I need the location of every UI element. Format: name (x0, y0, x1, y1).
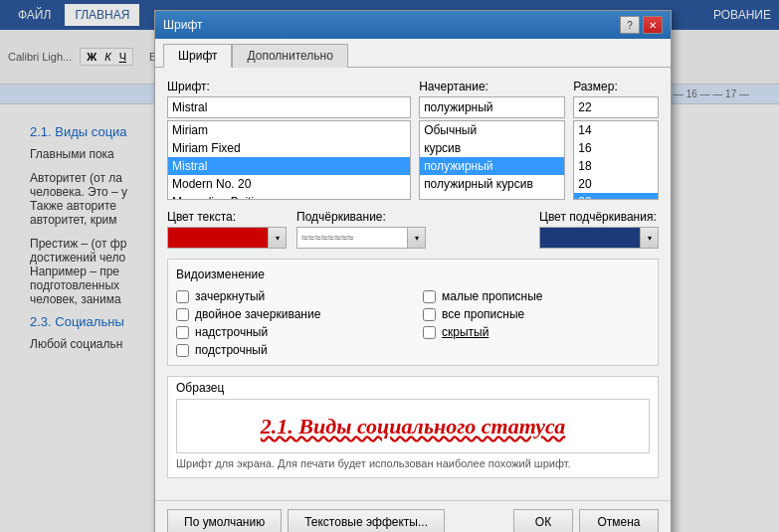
preview-info: Шрифт для экрана. Для печати будет испол… (176, 457, 650, 469)
text-color-swatch (168, 228, 268, 248)
underline-label: Подчёркивание: (296, 210, 529, 224)
underline-style-picker[interactable]: ≈≈≈≈≈≈≈≈ ▾ (296, 227, 426, 249)
effect-superscript-label: надстрочный (195, 325, 268, 339)
effect-all-caps-checkbox[interactable] (423, 308, 436, 321)
default-button[interactable]: По умолчанию (167, 509, 282, 532)
font-name-col: Шрифт: Miriam Miriam Fixed Mistral Moder… (167, 80, 411, 200)
font-columns: Шрифт: Miriam Miriam Fixed Mistral Moder… (167, 80, 659, 200)
footer-left: По умолчанию Текстовые эффекты... (167, 509, 445, 532)
effect-double-strikethrough-checkbox[interactable] (176, 308, 189, 321)
list-item[interactable]: 16 (574, 139, 658, 157)
effect-hidden-checkbox[interactable] (423, 326, 436, 339)
list-item-selected[interactable]: 22 (574, 193, 658, 200)
dialog-footer: По умолчанию Текстовые эффекты... ОК Отм… (155, 500, 671, 532)
underline-color-picker[interactable]: ▾ (539, 227, 659, 249)
text-color-label: Цвет текста: (167, 210, 287, 224)
list-item[interactable]: Miriam (168, 121, 410, 139)
footer-right: ОК Отмена (513, 509, 659, 532)
effect-superscript[interactable]: надстрочный (176, 325, 403, 339)
effect-all-caps[interactable]: все прописные (423, 307, 650, 321)
font-name-input[interactable] (167, 96, 411, 118)
ok-button[interactable]: ОК (513, 509, 573, 532)
effect-strikethrough-label: зачеркнутый (195, 289, 265, 303)
effect-double-strikethrough[interactable]: двойное зачеркивание (176, 307, 403, 321)
list-item-selected[interactable]: Mistral (168, 157, 410, 175)
font-style-col: Начертание: Обычный курсив полужирный по… (419, 80, 565, 200)
effect-subscript-checkbox[interactable] (176, 344, 189, 357)
dialog-titlebar: Шрифт ? ✕ (155, 11, 671, 39)
list-item[interactable]: 18 (574, 157, 658, 175)
effects-grid: зачеркнутый малые прописные двойное заче… (176, 289, 650, 357)
list-item[interactable]: Miriam Fixed (168, 139, 410, 157)
effect-subscript[interactable]: подстрочный (176, 343, 403, 357)
effect-all-caps-label: все прописные (442, 307, 524, 321)
underline-color-label: Цвет подчёркивания: (539, 210, 659, 224)
text-effects-button[interactable]: Текстовые эффекты... (288, 509, 445, 532)
font-size-input[interactable] (573, 96, 659, 118)
effects-title: Видоизменение (176, 267, 650, 281)
tab-advanced[interactable]: Дополнительно (232, 44, 347, 68)
text-color-dropdown-btn[interactable]: ▾ (268, 228, 286, 248)
font-size-label: Размер: (573, 80, 659, 93)
font-name-label: Шрифт: (167, 80, 411, 93)
font-size-list[interactable]: 14 16 18 20 22 (573, 120, 659, 200)
underline-color-swatch (540, 228, 640, 248)
effects-section: Видоизменение зачеркнутый малые прописны… (167, 259, 659, 366)
underline-dropdown-btn[interactable]: ▾ (407, 228, 425, 248)
dialog-close-button[interactable]: ✕ (643, 16, 663, 34)
font-dialog: Шрифт ? ✕ Шрифт Дополнительно Шрифт: Mir… (154, 10, 672, 532)
underline-color-field: Цвет подчёркивания: ▾ (539, 210, 659, 249)
text-color-picker[interactable]: ▾ (167, 227, 287, 249)
effect-small-caps-label: малые прописные (442, 289, 543, 303)
underline-field: Подчёркивание: ≈≈≈≈≈≈≈≈ ▾ (296, 210, 529, 249)
dialog-controls: ? ✕ (620, 16, 663, 34)
list-item[interactable]: Обычный (420, 121, 564, 139)
font-style-label: Начертание: (419, 80, 565, 93)
underline-style-display: ≈≈≈≈≈≈≈≈ (297, 231, 407, 245)
preview-text: 2.1. Виды социального статуса (261, 414, 565, 440)
effect-strikethrough-checkbox[interactable] (176, 290, 189, 303)
underline-color-dropdown-btn[interactable]: ▾ (640, 228, 658, 248)
effect-superscript-checkbox[interactable] (176, 326, 189, 339)
text-color-field: Цвет текста: ▾ (167, 210, 287, 249)
list-item[interactable]: Modern No. 20 (168, 175, 410, 193)
dialog-help-button[interactable]: ? (620, 16, 640, 34)
list-item[interactable]: 14 (574, 121, 658, 139)
tab-font[interactable]: Шрифт (163, 44, 232, 68)
cancel-button[interactable]: Отмена (579, 509, 659, 532)
effect-small-caps[interactable]: малые прописные (423, 289, 650, 303)
list-item-selected[interactable]: полужирный (420, 157, 564, 175)
dialog-tabs: Шрифт Дополнительно (155, 39, 671, 67)
font-size-col: Размер: 14 16 18 20 22 (573, 80, 659, 200)
list-item[interactable]: Mongolian Baiti (168, 193, 410, 200)
preview-section: Образец 2.1. Виды социального статуса Шр… (167, 376, 659, 478)
dialog-title: Шрифт (163, 18, 202, 32)
list-item[interactable]: курсив (420, 139, 564, 157)
effect-double-strikethrough-label: двойное зачеркивание (195, 307, 320, 321)
list-item[interactable]: 20 (574, 175, 658, 193)
effect-subscript-label: подстрочный (195, 343, 268, 357)
preview-label: Образец (176, 381, 650, 395)
font-style-list[interactable]: Обычный курсив полужирный полужирный кур… (419, 120, 565, 200)
effect-small-caps-checkbox[interactable] (423, 290, 436, 303)
font-name-list[interactable]: Miriam Miriam Fixed Mistral Modern No. 2… (167, 120, 411, 200)
effect-hidden-label: скрытый (442, 325, 488, 339)
preview-box: 2.1. Виды социального статуса (176, 399, 650, 453)
color-row: Цвет текста: ▾ Подчёркивание: ≈≈≈≈≈≈≈≈ ▾… (167, 210, 659, 249)
font-style-input[interactable] (419, 96, 565, 118)
list-item[interactable]: полужирный курсив (420, 175, 564, 193)
effect-strikethrough[interactable]: зачеркнутый (176, 289, 403, 303)
dialog-body: Шрифт: Miriam Miriam Fixed Mistral Moder… (155, 67, 671, 500)
effect-hidden[interactable]: скрытый (423, 325, 650, 339)
